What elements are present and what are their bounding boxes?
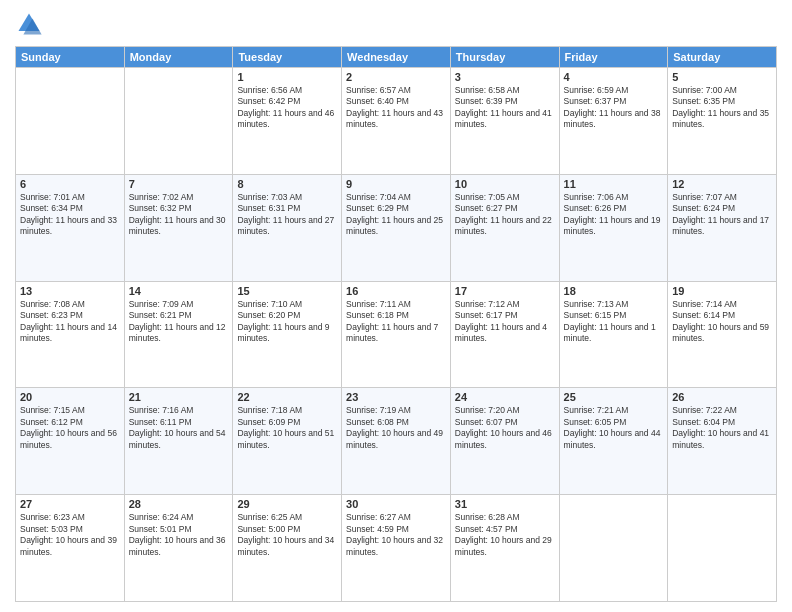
header [15,10,777,38]
calendar-cell [559,495,668,602]
calendar-week-row: 20Sunrise: 7:15 AM Sunset: 6:12 PM Dayli… [16,388,777,495]
calendar-cell: 18Sunrise: 7:13 AM Sunset: 6:15 PM Dayli… [559,281,668,388]
calendar-cell: 1Sunrise: 6:56 AM Sunset: 6:42 PM Daylig… [233,68,342,175]
calendar-cell [16,68,125,175]
day-info: Sunrise: 7:15 AM Sunset: 6:12 PM Dayligh… [20,405,120,451]
day-info: Sunrise: 7:09 AM Sunset: 6:21 PM Dayligh… [129,299,229,345]
calendar-cell [668,495,777,602]
calendar-cell: 17Sunrise: 7:12 AM Sunset: 6:17 PM Dayli… [450,281,559,388]
day-info: Sunrise: 7:11 AM Sunset: 6:18 PM Dayligh… [346,299,446,345]
day-number: 8 [237,178,337,190]
calendar-cell: 30Sunrise: 6:27 AM Sunset: 4:59 PM Dayli… [342,495,451,602]
day-number: 9 [346,178,446,190]
day-number: 25 [564,391,664,403]
day-number: 24 [455,391,555,403]
day-number: 11 [564,178,664,190]
day-info: Sunrise: 7:13 AM Sunset: 6:15 PM Dayligh… [564,299,664,345]
calendar-week-row: 1Sunrise: 6:56 AM Sunset: 6:42 PM Daylig… [16,68,777,175]
day-info: Sunrise: 7:21 AM Sunset: 6:05 PM Dayligh… [564,405,664,451]
day-number: 17 [455,285,555,297]
day-info: Sunrise: 7:07 AM Sunset: 6:24 PM Dayligh… [672,192,772,238]
day-number: 1 [237,71,337,83]
day-number: 30 [346,498,446,510]
logo-icon [15,10,43,38]
day-number: 7 [129,178,229,190]
weekday-header: Monday [124,47,233,68]
weekday-row: SundayMondayTuesdayWednesdayThursdayFrid… [16,47,777,68]
weekday-header: Friday [559,47,668,68]
calendar-cell: 13Sunrise: 7:08 AM Sunset: 6:23 PM Dayli… [16,281,125,388]
weekday-header: Tuesday [233,47,342,68]
day-info: Sunrise: 7:22 AM Sunset: 6:04 PM Dayligh… [672,405,772,451]
day-number: 21 [129,391,229,403]
calendar-cell: 16Sunrise: 7:11 AM Sunset: 6:18 PM Dayli… [342,281,451,388]
calendar-cell: 19Sunrise: 7:14 AM Sunset: 6:14 PM Dayli… [668,281,777,388]
calendar-cell: 20Sunrise: 7:15 AM Sunset: 6:12 PM Dayli… [16,388,125,495]
day-info: Sunrise: 6:59 AM Sunset: 6:37 PM Dayligh… [564,85,664,131]
calendar-cell: 26Sunrise: 7:22 AM Sunset: 6:04 PM Dayli… [668,388,777,495]
calendar-week-row: 13Sunrise: 7:08 AM Sunset: 6:23 PM Dayli… [16,281,777,388]
day-number: 28 [129,498,229,510]
day-number: 16 [346,285,446,297]
calendar-cell: 11Sunrise: 7:06 AM Sunset: 6:26 PM Dayli… [559,174,668,281]
day-info: Sunrise: 7:03 AM Sunset: 6:31 PM Dayligh… [237,192,337,238]
day-info: Sunrise: 7:14 AM Sunset: 6:14 PM Dayligh… [672,299,772,345]
day-number: 29 [237,498,337,510]
day-number: 31 [455,498,555,510]
calendar-cell: 6Sunrise: 7:01 AM Sunset: 6:34 PM Daylig… [16,174,125,281]
day-number: 19 [672,285,772,297]
calendar-cell: 22Sunrise: 7:18 AM Sunset: 6:09 PM Dayli… [233,388,342,495]
calendar-cell [124,68,233,175]
day-number: 20 [20,391,120,403]
day-info: Sunrise: 6:25 AM Sunset: 5:00 PM Dayligh… [237,512,337,558]
day-number: 6 [20,178,120,190]
calendar-week-row: 6Sunrise: 7:01 AM Sunset: 6:34 PM Daylig… [16,174,777,281]
day-number: 13 [20,285,120,297]
calendar-cell: 25Sunrise: 7:21 AM Sunset: 6:05 PM Dayli… [559,388,668,495]
day-info: Sunrise: 6:56 AM Sunset: 6:42 PM Dayligh… [237,85,337,131]
weekday-header: Wednesday [342,47,451,68]
calendar-cell: 27Sunrise: 6:23 AM Sunset: 5:03 PM Dayli… [16,495,125,602]
calendar-cell: 24Sunrise: 7:20 AM Sunset: 6:07 PM Dayli… [450,388,559,495]
calendar-cell: 23Sunrise: 7:19 AM Sunset: 6:08 PM Dayli… [342,388,451,495]
calendar-cell: 5Sunrise: 7:00 AM Sunset: 6:35 PM Daylig… [668,68,777,175]
day-info: Sunrise: 7:06 AM Sunset: 6:26 PM Dayligh… [564,192,664,238]
day-info: Sunrise: 7:16 AM Sunset: 6:11 PM Dayligh… [129,405,229,451]
day-info: Sunrise: 6:28 AM Sunset: 4:57 PM Dayligh… [455,512,555,558]
day-info: Sunrise: 7:10 AM Sunset: 6:20 PM Dayligh… [237,299,337,345]
weekday-header: Saturday [668,47,777,68]
calendar-cell: 8Sunrise: 7:03 AM Sunset: 6:31 PM Daylig… [233,174,342,281]
calendar-cell: 7Sunrise: 7:02 AM Sunset: 6:32 PM Daylig… [124,174,233,281]
day-number: 5 [672,71,772,83]
day-number: 26 [672,391,772,403]
day-info: Sunrise: 7:04 AM Sunset: 6:29 PM Dayligh… [346,192,446,238]
day-number: 2 [346,71,446,83]
day-number: 23 [346,391,446,403]
day-number: 4 [564,71,664,83]
calendar-cell: 31Sunrise: 6:28 AM Sunset: 4:57 PM Dayli… [450,495,559,602]
calendar-cell: 9Sunrise: 7:04 AM Sunset: 6:29 PM Daylig… [342,174,451,281]
calendar-body: 1Sunrise: 6:56 AM Sunset: 6:42 PM Daylig… [16,68,777,602]
calendar-header: SundayMondayTuesdayWednesdayThursdayFrid… [16,47,777,68]
day-info: Sunrise: 7:20 AM Sunset: 6:07 PM Dayligh… [455,405,555,451]
day-number: 15 [237,285,337,297]
calendar-cell: 2Sunrise: 6:57 AM Sunset: 6:40 PM Daylig… [342,68,451,175]
day-info: Sunrise: 7:08 AM Sunset: 6:23 PM Dayligh… [20,299,120,345]
day-info: Sunrise: 6:23 AM Sunset: 5:03 PM Dayligh… [20,512,120,558]
day-number: 22 [237,391,337,403]
day-info: Sunrise: 6:57 AM Sunset: 6:40 PM Dayligh… [346,85,446,131]
calendar-table: SundayMondayTuesdayWednesdayThursdayFrid… [15,46,777,602]
day-info: Sunrise: 6:58 AM Sunset: 6:39 PM Dayligh… [455,85,555,131]
weekday-header: Sunday [16,47,125,68]
day-number: 3 [455,71,555,83]
day-info: Sunrise: 7:12 AM Sunset: 6:17 PM Dayligh… [455,299,555,345]
day-info: Sunrise: 7:19 AM Sunset: 6:08 PM Dayligh… [346,405,446,451]
day-number: 14 [129,285,229,297]
calendar-cell: 21Sunrise: 7:16 AM Sunset: 6:11 PM Dayli… [124,388,233,495]
logo [15,10,47,38]
day-info: Sunrise: 7:05 AM Sunset: 6:27 PM Dayligh… [455,192,555,238]
day-info: Sunrise: 6:27 AM Sunset: 4:59 PM Dayligh… [346,512,446,558]
day-number: 12 [672,178,772,190]
calendar-cell: 3Sunrise: 6:58 AM Sunset: 6:39 PM Daylig… [450,68,559,175]
day-info: Sunrise: 6:24 AM Sunset: 5:01 PM Dayligh… [129,512,229,558]
